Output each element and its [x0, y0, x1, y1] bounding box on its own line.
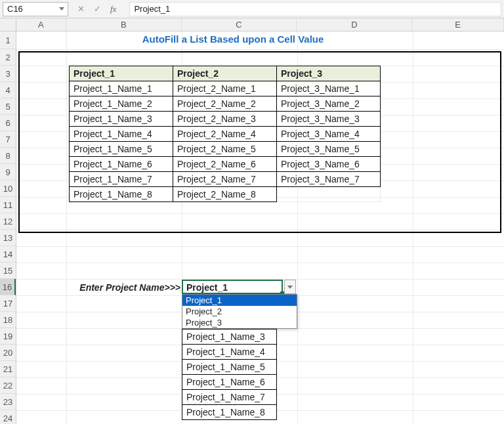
- row-header-17[interactable]: 17: [0, 295, 16, 312]
- dropdown-option[interactable]: Project_1: [182, 295, 297, 306]
- row-header-5[interactable]: 5: [0, 98, 16, 115]
- data-validation-cell[interactable]: Project_1: [182, 280, 283, 294]
- result-cell[interactable]: Project_1_Name_6: [182, 375, 277, 390]
- column-header-a[interactable]: A: [16, 18, 66, 31]
- table-header[interactable]: Project_1: [70, 66, 173, 81]
- column-header-e[interactable]: E: [412, 18, 504, 31]
- row-header-1[interactable]: 1: [0, 32, 16, 49]
- projects-table: Project_1Project_2Project_3Project_1_Nam…: [69, 66, 381, 202]
- dv-cell-value: Project_1: [186, 282, 228, 293]
- table-cell[interactable]: Project_2_Name_7: [173, 172, 277, 187]
- dropdown-button[interactable]: [284, 280, 296, 294]
- table-cell[interactable]: Project_2_Name_6: [173, 157, 277, 172]
- prompt-label: Enter Project Name>>>: [69, 282, 180, 293]
- list-item: Project_1_Name_8: [182, 405, 277, 420]
- row-header-3[interactable]: 3: [0, 66, 16, 82]
- column-header-b[interactable]: B: [66, 18, 182, 31]
- table-cell[interactable]: Project_1_Name_4: [70, 127, 173, 142]
- table-cell[interactable]: Project_1_Name_6: [70, 157, 173, 172]
- row-header-10[interactable]: 10: [0, 180, 16, 197]
- row-header-2[interactable]: 2: [0, 49, 16, 66]
- result-cell[interactable]: Project_1_Name_7: [182, 390, 277, 405]
- column-header-d[interactable]: D: [297, 18, 412, 31]
- table-header[interactable]: Project_3: [277, 66, 381, 81]
- table-row: Project_1_Name_4Project_2_Name_4Project_…: [70, 127, 381, 142]
- dropdown-option[interactable]: Project_3: [182, 317, 297, 328]
- row-header-23[interactable]: 23: [0, 394, 16, 410]
- select-all-corner[interactable]: [0, 18, 16, 32]
- result-cell[interactable]: Project_1_Name_4: [182, 345, 277, 360]
- row-header-8[interactable]: 8: [0, 148, 16, 164]
- result-cell[interactable]: Project_1_Name_8: [182, 405, 277, 420]
- row-header-9[interactable]: 9: [0, 164, 16, 180]
- table-cell[interactable]: Project_3_Name_3: [277, 112, 381, 127]
- table-row: Project_1_Name_2Project_2_Name_2Project_…: [70, 96, 381, 112]
- table-cell[interactable]: Project_3_Name_7: [277, 172, 381, 187]
- table-row: Project_1_Name_5Project_2_Name_5Project_…: [70, 142, 381, 157]
- table-header[interactable]: Project_2: [173, 66, 277, 81]
- row-header-4[interactable]: 4: [0, 82, 16, 98]
- row-header-13[interactable]: 13: [0, 230, 16, 246]
- result-cell[interactable]: Project_1_Name_5: [182, 360, 277, 375]
- table-cell[interactable]: [277, 187, 381, 202]
- table-row: Project_1_Name_8Project_2_Name_8: [70, 187, 381, 202]
- list-item: Project_1_Name_6: [182, 375, 277, 390]
- page-title: AutoFill a List Based upon a Cell Value: [69, 33, 397, 45]
- row-header-21[interactable]: 21: [0, 361, 16, 377]
- column-headers: ABCDE: [16, 18, 504, 32]
- row-header-16[interactable]: 16: [0, 279, 16, 295]
- table-cell[interactable]: Project_2_Name_2: [173, 96, 277, 112]
- grid-area[interactable]: AutoFill a List Based upon a Cell Value …: [16, 32, 504, 424]
- name-box-dropdown-icon[interactable]: [57, 5, 66, 14]
- table-cell[interactable]: Project_3_Name_4: [277, 127, 381, 142]
- table-cell[interactable]: Project_3_Name_1: [277, 81, 381, 96]
- result-list-table: Project_1_Name_3Project_1_Name_4Project_…: [182, 329, 277, 420]
- table-cell[interactable]: Project_2_Name_4: [173, 127, 277, 142]
- fx-icon[interactable]: fx: [110, 4, 116, 14]
- table-cell[interactable]: Project_1_Name_7: [70, 172, 173, 187]
- table-cell[interactable]: Project_3_Name_5: [277, 142, 381, 157]
- table-cell[interactable]: Project_2_Name_1: [173, 81, 277, 96]
- row-header-11[interactable]: 11: [0, 197, 16, 213]
- spreadsheet: ABCDE 1234567891011121314151617181920212…: [0, 18, 504, 424]
- list-item: Project_1_Name_5: [182, 360, 277, 375]
- list-item: Project_1_Name_4: [182, 345, 277, 360]
- table-row: Project_1_Name_7Project_2_Name_7Project_…: [70, 172, 381, 187]
- row-header-6[interactable]: 6: [0, 115, 16, 131]
- list-item: Project_1_Name_7: [182, 390, 277, 405]
- table-cell[interactable]: Project_1_Name_8: [70, 187, 173, 202]
- table-cell[interactable]: Project_2_Name_3: [173, 112, 277, 127]
- formula-input[interactable]: Project_1: [129, 2, 501, 16]
- row-header-15[interactable]: 15: [0, 263, 16, 279]
- table-cell[interactable]: Project_1_Name_1: [70, 81, 173, 96]
- dropdown-list[interactable]: Project_1Project_2Project_3: [182, 294, 297, 329]
- table-cell[interactable]: Project_3_Name_6: [277, 157, 381, 172]
- list-item: Project_1_Name_3: [182, 329, 277, 345]
- result-cell[interactable]: Project_1_Name_3: [182, 329, 277, 345]
- name-box-value: C16: [7, 4, 23, 14]
- table-row: Project_1_Name_3Project_2_Name_3Project_…: [70, 112, 381, 127]
- row-header-7[interactable]: 7: [0, 131, 16, 148]
- row-header-19[interactable]: 19: [0, 328, 16, 345]
- column-header-c[interactable]: C: [182, 18, 297, 31]
- dropdown-option[interactable]: Project_2: [182, 306, 297, 317]
- name-box[interactable]: C16: [3, 2, 68, 16]
- row-header-22[interactable]: 22: [0, 377, 16, 394]
- table-cell[interactable]: Project_2_Name_5: [173, 142, 277, 157]
- formula-text: Project_1: [134, 4, 170, 14]
- table-cell[interactable]: Project_1_Name_5: [70, 142, 173, 157]
- row-headers: 123456789101112131415161718192021222324: [0, 32, 16, 424]
- row-header-14[interactable]: 14: [0, 246, 16, 263]
- table-cell[interactable]: Project_1_Name_3: [70, 112, 173, 127]
- cancel-icon[interactable]: ✕: [77, 4, 85, 14]
- enter-icon[interactable]: ✓: [94, 4, 101, 14]
- table-cell[interactable]: Project_1_Name_2: [70, 96, 173, 112]
- formula-bar: C16 ✕ ✓ fx Project_1: [0, 0, 504, 18]
- row-header-24[interactable]: 24: [0, 410, 16, 424]
- row-header-12[interactable]: 12: [0, 213, 16, 230]
- table-cell[interactable]: Project_3_Name_2: [277, 96, 381, 112]
- row-header-20[interactable]: 20: [0, 345, 16, 361]
- table-cell[interactable]: Project_2_Name_8: [173, 187, 277, 202]
- row-header-18[interactable]: 18: [0, 312, 16, 328]
- formula-bar-buttons: ✕ ✓ fx: [68, 4, 129, 14]
